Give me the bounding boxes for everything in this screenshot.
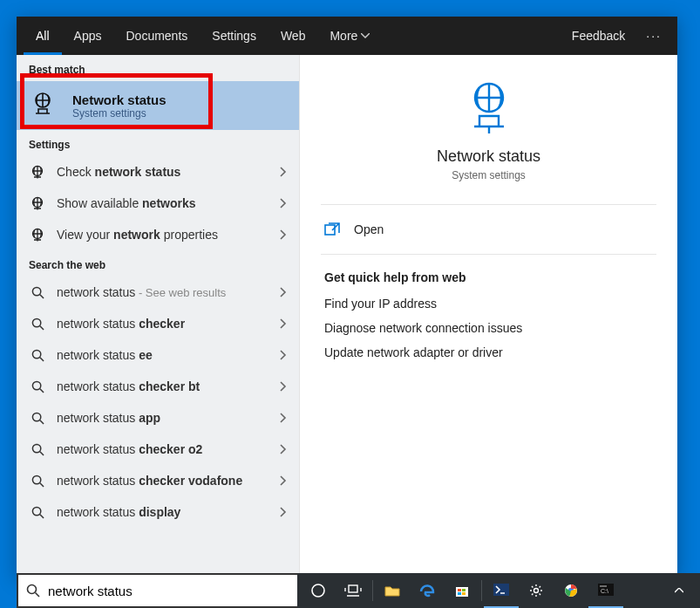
web-result[interactable]: network status checker bt — [17, 371, 299, 402]
search-icon — [18, 584, 48, 598]
store-icon[interactable] — [445, 573, 479, 608]
network-status-icon — [29, 90, 60, 121]
open-label: Open — [354, 222, 384, 236]
tab-settings[interactable]: Settings — [200, 17, 268, 55]
tab-apps[interactable]: Apps — [62, 17, 114, 55]
help-link[interactable]: Diagnose network connection issues — [324, 321, 653, 335]
preview-subtitle: System settings — [452, 169, 526, 181]
chevron-right-icon — [280, 444, 287, 454]
help-header: Get quick help from web — [324, 270, 653, 284]
help-link[interactable]: Update network adapter or driver — [324, 345, 653, 359]
web-result[interactable]: network status app — [17, 402, 299, 434]
help-link[interactable]: Find your IP address — [324, 297, 653, 311]
svg-point-14 — [28, 585, 37, 594]
settings-result[interactable]: Check network status — [17, 156, 299, 188]
svg-text:C:\: C:\ — [601, 588, 608, 594]
svg-point-6 — [32, 350, 40, 358]
open-icon — [324, 222, 340, 236]
result-label: network status display — [57, 505, 180, 519]
cortana-icon[interactable] — [301, 573, 336, 608]
chrome-icon[interactable] — [554, 573, 588, 608]
chevron-right-icon — [280, 475, 287, 486]
svg-point-4 — [32, 287, 40, 295]
best-match-subtitle: System settings — [72, 107, 167, 120]
task-view-icon[interactable] — [336, 573, 370, 608]
search-input-container — [17, 573, 299, 608]
search-web-label: Search the web — [17, 250, 299, 277]
result-label: Show available networks — [57, 196, 196, 210]
open-action[interactable]: Open — [300, 210, 677, 249]
svg-point-10 — [32, 475, 40, 483]
chevron-right-icon — [280, 287, 287, 297]
result-label: network status - See web results — [57, 285, 226, 299]
search-icon — [29, 346, 46, 364]
chevron-right-icon — [280, 413, 287, 423]
svg-rect-19 — [462, 589, 466, 591]
svg-rect-17 — [456, 587, 468, 597]
web-result[interactable]: network status ee — [17, 339, 299, 371]
svg-point-15 — [312, 584, 324, 597]
settings-gear-icon[interactable] — [519, 573, 554, 608]
search-icon — [29, 315, 46, 332]
chevron-right-icon — [280, 229, 287, 240]
preview-title: Network status — [437, 147, 540, 166]
svg-rect-21 — [462, 592, 466, 595]
svg-rect-18 — [458, 589, 461, 591]
tab-web[interactable]: Web — [268, 17, 318, 55]
svg-point-5 — [32, 318, 40, 326]
search-icon — [29, 503, 46, 521]
preview-network-icon — [464, 81, 514, 135]
chevron-right-icon — [280, 167, 287, 177]
globe-icon — [29, 163, 46, 181]
search-panel: All Apps Documents Settings Web More Fee… — [17, 17, 677, 577]
results-pane: Best match Network status System setting… — [17, 55, 299, 577]
preview-pane: Network status System settings Open Get … — [299, 55, 677, 577]
tray-chevron-icon[interactable] — [662, 573, 697, 608]
settings-section-label: Settings — [17, 130, 299, 156]
result-label: Check network status — [57, 165, 180, 179]
settings-result[interactable]: View your network properties — [17, 219, 299, 250]
svg-point-9 — [32, 444, 40, 452]
web-result[interactable]: network status - See web results — [17, 277, 299, 308]
search-icon — [29, 378, 46, 395]
search-input[interactable] — [48, 575, 297, 606]
result-label: network status checker bt — [57, 379, 200, 393]
svg-rect-20 — [458, 592, 461, 595]
file-explorer-icon[interactable] — [375, 573, 410, 608]
result-label: network status checker — [57, 317, 185, 331]
feedback-button[interactable]: Feedback — [560, 29, 637, 43]
more-options-button[interactable]: ··· — [637, 29, 670, 43]
svg-rect-16 — [349, 585, 357, 592]
chevron-right-icon — [280, 507, 287, 517]
globe-icon — [29, 195, 46, 212]
chevron-right-icon — [280, 381, 287, 392]
cmd-icon[interactable]: C:\ — [588, 573, 623, 608]
chevron-right-icon — [280, 198, 287, 208]
svg-point-7 — [32, 381, 40, 389]
result-label: network status app — [57, 411, 160, 425]
svg-point-23 — [534, 589, 539, 593]
web-result[interactable]: network status display — [17, 496, 299, 528]
tab-all[interactable]: All — [24, 17, 62, 55]
globe-icon — [29, 226, 46, 243]
best-match-label: Best match — [17, 55, 299, 81]
search-icon — [29, 409, 46, 427]
search-tabs: All Apps Documents Settings Web More Fee… — [17, 17, 677, 55]
svg-rect-22 — [493, 584, 509, 596]
edge-icon[interactable] — [410, 573, 445, 608]
result-label: network status checker vodafone — [57, 474, 242, 488]
best-match-result[interactable]: Network status System settings — [17, 81, 299, 130]
chevron-right-icon — [280, 350, 287, 360]
result-label: View your network properties — [57, 228, 218, 242]
web-result[interactable]: network status checker vodafone — [17, 465, 299, 496]
chevron-right-icon — [280, 318, 287, 329]
settings-result[interactable]: Show available networks — [17, 188, 299, 219]
best-match-title: Network status — [72, 92, 167, 107]
search-icon — [29, 441, 46, 458]
svg-point-11 — [32, 507, 40, 515]
web-result[interactable]: network status checker o2 — [17, 434, 299, 465]
web-result[interactable]: network status checker — [17, 308, 299, 339]
tab-more[interactable]: More — [317, 17, 382, 55]
powershell-icon[interactable] — [484, 573, 519, 608]
tab-documents[interactable]: Documents — [113, 17, 200, 55]
